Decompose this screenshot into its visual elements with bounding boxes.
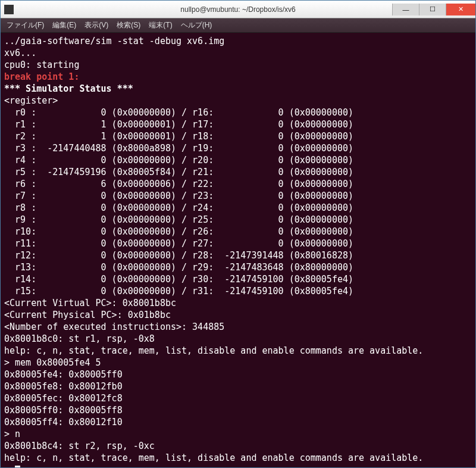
- register-row: r13: 0 (0x00000000) / r29: -2147483648 (…: [4, 262, 353, 273]
- term-line: ../gaia-software/sim -stat -debug xv6.im…: [4, 36, 224, 46]
- menu-view[interactable]: 表示(V): [81, 19, 112, 32]
- mem-row: 0x80005ff4: 0x80012f10: [4, 417, 123, 428]
- help-line: help: c, n, stat, trace, mem, list, disa…: [4, 453, 423, 463]
- register-row: r10: 0 (0x00000000) / r26: 0 (0x00000000…: [4, 226, 353, 237]
- physical-pc: <Current Physical PC>: 0x01b8bc: [4, 310, 171, 320]
- break-point-line: break point 1:: [4, 71, 79, 82]
- app-icon: [4, 5, 14, 14]
- register-row: r6 : 6 (0x00000006) / r22: 0 (0x00000000…: [4, 179, 353, 189]
- mem-row: 0x80005ff0: 0x80005ff8: [4, 405, 123, 416]
- term-line: xv6...: [4, 48, 36, 58]
- menu-help[interactable]: ヘルプ(H): [177, 19, 216, 32]
- disasm-line: 0x8001b8c4: st r2, rsp, -0xc: [4, 441, 155, 451]
- menu-file[interactable]: ファイル(F): [3, 19, 48, 32]
- register-header: <register>: [4, 95, 58, 106]
- instruction-count: <Number of executed instructions>: 34488…: [4, 322, 224, 332]
- terminal-output[interactable]: ../gaia-software/sim -stat -debug xv6.im…: [1, 33, 475, 467]
- titlebar[interactable]: nullpo@vmubuntu: ~/Dropbox/is/xv6 — ☐ ✕: [1, 1, 475, 18]
- register-row: r11: 0 (0x00000000) / r27: 0 (0x00000000…: [4, 238, 353, 249]
- window-title: nullpo@vmubuntu: ~/Dropbox/is/xv6: [180, 5, 295, 14]
- cursor-icon: [15, 466, 20, 467]
- help-line: help: c, n, stat, trace, mem, list, disa…: [4, 345, 423, 356]
- register-row: r3 : -2147440488 (0x8000a898) / r19: 0 (…: [4, 143, 353, 154]
- status-line: *** Simulator Status ***: [4, 83, 133, 94]
- mem-row: 0x80005fe4: 0x80005ff0: [4, 369, 123, 380]
- register-row: r12: 0 (0x00000000) / r28: -2147391448 (…: [4, 250, 353, 261]
- terminal-window: nullpo@vmubuntu: ~/Dropbox/is/xv6 — ☐ ✕ …: [0, 0, 476, 468]
- register-row: r0 : 0 (0x00000000) / r16: 0 (0x00000000…: [4, 107, 353, 118]
- virtual-pc: <Current Virtual PC>: 0x8001b8bc: [4, 298, 176, 308]
- menu-edit[interactable]: 編集(E): [49, 19, 80, 32]
- prompt-line: > mem 0x80005fe4 5: [4, 357, 101, 368]
- register-row: r5 : -2147459196 (0x80005f84) / r21: 0 (…: [4, 167, 353, 177]
- window-controls: — ☐ ✕: [392, 4, 475, 15]
- register-row: r9 : 0 (0x00000000) / r25: 0 (0x00000000…: [4, 214, 353, 225]
- register-row: r14: 0 (0x00000000) / r30: -2147459100 (…: [4, 274, 353, 285]
- menubar: ファイル(F) 編集(E) 表示(V) 検索(S) 端末(T) ヘルプ(H): [1, 18, 475, 33]
- maximize-button[interactable]: ☐: [419, 4, 446, 15]
- register-row: r7 : 0 (0x00000000) / r23: 0 (0x00000000…: [4, 191, 353, 201]
- menu-terminal[interactable]: 端末(T): [145, 19, 176, 32]
- close-button[interactable]: ✕: [446, 4, 475, 15]
- menu-search[interactable]: 検索(S): [113, 19, 144, 32]
- register-row: r1 : 1 (0x00000001) / r17: 0 (0x00000000…: [4, 119, 353, 130]
- register-row: r2 : 1 (0x00000001) / r18: 0 (0x00000000…: [4, 131, 353, 142]
- prompt-line: >: [4, 464, 15, 467]
- register-row: r8 : 0 (0x00000000) / r24: 0 (0x00000000…: [4, 202, 353, 213]
- prompt-line: > n: [4, 429, 20, 439]
- disasm-line: 0x8001b8c0: st r1, rsp, -0x8: [4, 333, 155, 344]
- term-line: cpu0: starting: [4, 60, 79, 70]
- minimize-button[interactable]: —: [392, 4, 419, 15]
- register-row: r4 : 0 (0x00000000) / r20: 0 (0x00000000…: [4, 155, 353, 166]
- register-row: r15: 0 (0x00000000) / r31: -2147459100 (…: [4, 286, 353, 297]
- mem-row: 0x80005fe8: 0x80012fb0: [4, 381, 123, 392]
- mem-row: 0x80005fec: 0x80012fc8: [4, 393, 123, 404]
